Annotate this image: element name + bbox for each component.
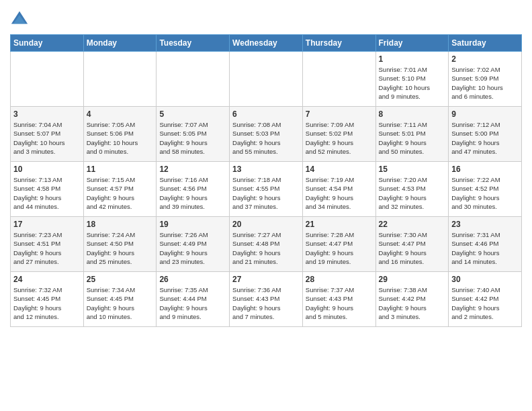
day-cell (11, 52, 84, 107)
day-number: 22 (379, 220, 446, 229)
day-info: Sunrise: 7:31 AM Sunset: 4:46 PM Dayligh… (451, 230, 519, 266)
day-info: Sunrise: 7:02 AM Sunset: 5:09 PM Dayligh… (451, 65, 519, 101)
day-info: Sunrise: 7:38 AM Sunset: 4:42 PM Dayligh… (379, 285, 446, 321)
calendar: SundayMondayTuesdayWednesdayThursdayFrid… (10, 34, 522, 327)
weekday-monday: Monday (83, 35, 157, 52)
day-info: Sunrise: 7:08 AM Sunset: 5:03 PM Dayligh… (232, 120, 300, 156)
day-number: 5 (159, 109, 226, 119)
day-number: 15 (379, 165, 446, 174)
day-info: Sunrise: 7:05 AM Sunset: 5:06 PM Dayligh… (87, 120, 154, 156)
day-number: 26 (159, 275, 226, 284)
day-info: Sunrise: 7:37 AM Sunset: 4:43 PM Dayligh… (306, 285, 373, 321)
day-cell (302, 52, 375, 107)
day-info: Sunrise: 7:20 AM Sunset: 4:53 PM Dayligh… (379, 175, 446, 211)
day-number: 6 (232, 109, 300, 119)
day-cell: 2Sunrise: 7:02 AM Sunset: 5:09 PM Daylig… (449, 52, 522, 107)
weekday-tuesday: Tuesday (157, 35, 230, 52)
day-cell: 11Sunrise: 7:15 AM Sunset: 4:57 PM Dayli… (83, 162, 157, 217)
day-cell: 27Sunrise: 7:36 AM Sunset: 4:43 PM Dayli… (230, 272, 303, 327)
day-info: Sunrise: 7:35 AM Sunset: 4:44 PM Dayligh… (159, 285, 226, 321)
day-cell: 21Sunrise: 7:28 AM Sunset: 4:47 PM Dayli… (302, 217, 375, 272)
day-number: 28 (306, 275, 373, 284)
day-info: Sunrise: 7:04 AM Sunset: 5:07 PM Dayligh… (13, 120, 81, 156)
day-info: Sunrise: 7:27 AM Sunset: 4:48 PM Dayligh… (232, 230, 300, 266)
day-number: 7 (306, 109, 373, 119)
day-number: 14 (306, 165, 373, 174)
day-info: Sunrise: 7:13 AM Sunset: 4:58 PM Dayligh… (13, 175, 81, 211)
weekday-wednesday: Wednesday (230, 35, 303, 52)
day-cell: 20Sunrise: 7:27 AM Sunset: 4:48 PM Dayli… (230, 217, 303, 272)
day-info: Sunrise: 7:11 AM Sunset: 5:01 PM Dayligh… (379, 120, 446, 156)
day-cell: 30Sunrise: 7:40 AM Sunset: 4:42 PM Dayli… (449, 272, 522, 327)
calendar-header: SundayMondayTuesdayWednesdayThursdayFrid… (11, 35, 522, 52)
day-info: Sunrise: 7:12 AM Sunset: 5:00 PM Dayligh… (451, 120, 519, 156)
day-number: 17 (13, 220, 81, 229)
day-info: Sunrise: 7:40 AM Sunset: 4:42 PM Dayligh… (451, 285, 519, 321)
weekday-sunday: Sunday (11, 35, 84, 52)
day-number: 11 (87, 165, 154, 174)
day-number: 8 (379, 109, 446, 119)
weekday-header-row: SundayMondayTuesdayWednesdayThursdayFrid… (11, 35, 522, 52)
week-row-0: 1Sunrise: 7:01 AM Sunset: 5:10 PM Daylig… (11, 52, 522, 107)
day-number: 10 (13, 165, 81, 174)
logo-icon (10, 10, 29, 29)
logo (10, 10, 32, 29)
day-cell: 1Sunrise: 7:01 AM Sunset: 5:10 PM Daylig… (375, 52, 449, 107)
day-number: 12 (159, 165, 226, 174)
day-number: 9 (451, 109, 519, 119)
day-info: Sunrise: 7:18 AM Sunset: 4:55 PM Dayligh… (232, 175, 300, 211)
day-info: Sunrise: 7:26 AM Sunset: 4:49 PM Dayligh… (159, 230, 226, 266)
header-section (10, 7, 522, 29)
day-number: 1 (379, 54, 446, 64)
day-info: Sunrise: 7:09 AM Sunset: 5:02 PM Dayligh… (306, 120, 373, 156)
weekday-thursday: Thursday (302, 35, 375, 52)
day-number: 4 (87, 109, 154, 119)
day-cell: 12Sunrise: 7:16 AM Sunset: 4:56 PM Dayli… (157, 162, 230, 217)
day-number: 13 (232, 165, 300, 174)
day-info: Sunrise: 7:16 AM Sunset: 4:56 PM Dayligh… (159, 175, 226, 211)
day-number: 3 (13, 109, 81, 119)
calendar-body: 1Sunrise: 7:01 AM Sunset: 5:10 PM Daylig… (11, 52, 522, 327)
day-number: 21 (306, 220, 373, 229)
day-info: Sunrise: 7:22 AM Sunset: 4:52 PM Dayligh… (451, 175, 519, 211)
day-info: Sunrise: 7:24 AM Sunset: 4:50 PM Dayligh… (87, 230, 154, 266)
day-cell: 13Sunrise: 7:18 AM Sunset: 4:55 PM Dayli… (230, 162, 303, 217)
day-cell: 28Sunrise: 7:37 AM Sunset: 4:43 PM Dayli… (302, 272, 375, 327)
day-info: Sunrise: 7:01 AM Sunset: 5:10 PM Dayligh… (379, 65, 446, 101)
day-cell (83, 52, 157, 107)
day-info: Sunrise: 7:19 AM Sunset: 4:54 PM Dayligh… (306, 175, 373, 211)
day-number: 16 (451, 165, 519, 174)
day-cell: 16Sunrise: 7:22 AM Sunset: 4:52 PM Dayli… (449, 162, 522, 217)
day-cell: 10Sunrise: 7:13 AM Sunset: 4:58 PM Dayli… (11, 162, 84, 217)
day-cell: 6Sunrise: 7:08 AM Sunset: 5:03 PM Daylig… (230, 107, 303, 162)
day-cell (157, 52, 230, 107)
day-cell: 7Sunrise: 7:09 AM Sunset: 5:02 PM Daylig… (302, 107, 375, 162)
week-row-2: 10Sunrise: 7:13 AM Sunset: 4:58 PM Dayli… (11, 162, 522, 217)
weekday-friday: Friday (375, 35, 449, 52)
day-cell: 29Sunrise: 7:38 AM Sunset: 4:42 PM Dayli… (375, 272, 449, 327)
day-number: 29 (379, 275, 446, 284)
day-cell: 22Sunrise: 7:30 AM Sunset: 4:47 PM Dayli… (375, 217, 449, 272)
day-cell: 24Sunrise: 7:32 AM Sunset: 4:45 PM Dayli… (11, 272, 84, 327)
day-cell: 5Sunrise: 7:07 AM Sunset: 5:05 PM Daylig… (157, 107, 230, 162)
day-info: Sunrise: 7:30 AM Sunset: 4:47 PM Dayligh… (379, 230, 446, 266)
day-cell: 17Sunrise: 7:23 AM Sunset: 4:51 PM Dayli… (11, 217, 84, 272)
day-info: Sunrise: 7:36 AM Sunset: 4:43 PM Dayligh… (232, 285, 300, 321)
day-cell: 8Sunrise: 7:11 AM Sunset: 5:01 PM Daylig… (375, 107, 449, 162)
day-info: Sunrise: 7:15 AM Sunset: 4:57 PM Dayligh… (87, 175, 154, 211)
day-number: 25 (87, 275, 154, 284)
day-number: 20 (232, 220, 300, 229)
page: SundayMondayTuesdayWednesdayThursdayFrid… (0, 0, 532, 334)
week-row-3: 17Sunrise: 7:23 AM Sunset: 4:51 PM Dayli… (11, 217, 522, 272)
day-cell: 25Sunrise: 7:34 AM Sunset: 4:45 PM Dayli… (83, 272, 157, 327)
day-cell: 26Sunrise: 7:35 AM Sunset: 4:44 PM Dayli… (157, 272, 230, 327)
weekday-saturday: Saturday (449, 35, 522, 52)
day-cell: 14Sunrise: 7:19 AM Sunset: 4:54 PM Dayli… (302, 162, 375, 217)
day-info: Sunrise: 7:23 AM Sunset: 4:51 PM Dayligh… (13, 230, 81, 266)
day-info: Sunrise: 7:07 AM Sunset: 5:05 PM Dayligh… (159, 120, 226, 156)
day-cell: 23Sunrise: 7:31 AM Sunset: 4:46 PM Dayli… (449, 217, 522, 272)
day-cell: 3Sunrise: 7:04 AM Sunset: 5:07 PM Daylig… (11, 107, 84, 162)
day-number: 19 (159, 220, 226, 229)
day-cell: 9Sunrise: 7:12 AM Sunset: 5:00 PM Daylig… (449, 107, 522, 162)
day-number: 23 (451, 220, 519, 229)
